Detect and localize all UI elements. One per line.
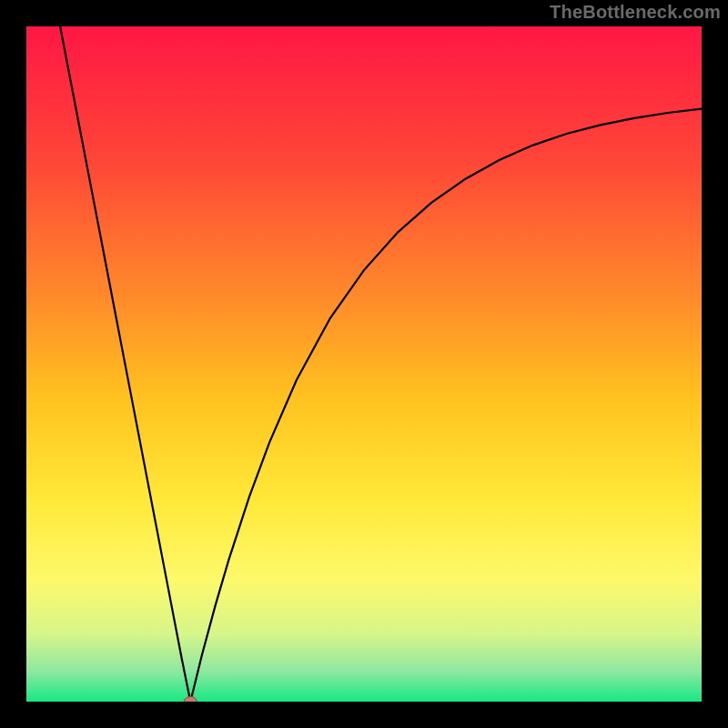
chart-svg [26, 26, 702, 702]
plot-area [26, 26, 702, 702]
chart-frame: TheBottleneck.com [0, 0, 728, 728]
gradient-background [26, 26, 702, 702]
watermark-text: TheBottleneck.com [550, 2, 721, 23]
